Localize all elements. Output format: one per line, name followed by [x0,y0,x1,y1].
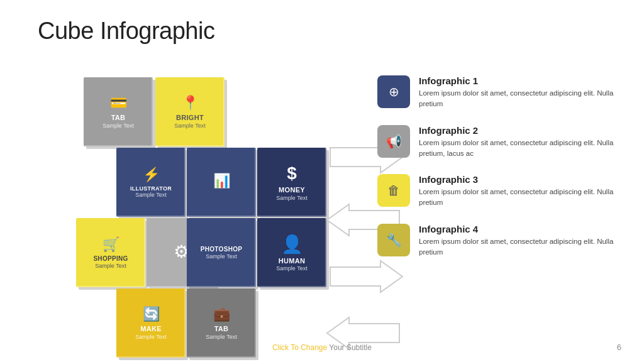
cube-shopping-label: SHOPPING [93,255,128,263]
cube-human[interactable]: 👤 HUMAN Sample Text [257,218,326,287]
cube-illustrator-sub: Sample Text [135,192,166,198]
footer-click-text[interactable]: Click To Change [272,343,327,352]
cube-shopping-sub: Sample Text [95,263,126,269]
cube-make-icon: 🔄 [143,306,160,322]
infographic-2-desc: Lorem ipsum dolor sit amet, consectetur … [419,138,626,160]
infographic-3-title: Infographic 3 [419,174,626,185]
cube-chart-icon: 📊 [213,173,230,189]
right-panel: ⊕ Infographic 1 Lorem ipsum dolor sit am… [377,75,626,273]
page-title: Cube Infographic [38,18,214,45]
infographic-3-icon-box: 🗑 [377,174,410,207]
infographic-2-text: Infographic 2 Lorem ipsum dolor sit amet… [419,125,626,160]
cube-photoshop[interactable]: PHOTOSHOP Sample Text [187,218,256,287]
infographic-4-icon: 🔧 [386,233,402,248]
cube-shopping-icon: 🛒 [103,236,119,253]
infographic-4-desc: Lorem ipsum dolor sit amet, consectetur … [419,236,626,258]
cube-tab-bot-label: TAB [214,325,229,333]
cube-money-icon: $ [287,163,297,184]
infographic-3-desc: Lorem ipsum dolor sit amet, consectetur … [419,187,626,209]
infographic-2-icon-box: 📢 [377,125,410,158]
infographic-3-icon: 🗑 [387,184,400,198]
cube-make-sub: Sample Text [135,334,166,340]
cube-bright-label: BRIGHT [176,114,204,122]
cube-shopping[interactable]: 🛒 SHOPPING Sample Text [76,218,145,287]
cube-money[interactable]: $ MONEY Sample Text [257,148,326,217]
infographic-4-title: Infographic 4 [419,224,626,234]
cube-infographic-area: 💳 TAB Sample Text 📍 BRIGHT Sample Text ⚡… [35,66,349,349]
infographic-1-icon-box: ⊕ [377,75,410,108]
cube-tab-top-icon: 💳 [110,95,127,111]
cube-human-icon: 👤 [281,234,303,255]
infographic-1-item: ⊕ Infographic 1 Lorem ipsum dolor sit am… [377,75,626,110]
infographic-4-text: Infographic 4 Lorem ipsum dolor sit amet… [419,224,626,258]
infographic-1-title: Infographic 1 [419,75,626,86]
infographic-1-desc: Lorem ipsum dolor sit amet, consectetur … [419,88,626,110]
cube-tab-top[interactable]: 💳 TAB Sample Text [84,77,153,146]
cube-bright-sub: Sample Text [174,123,205,129]
footer: Click To Change Your Subtitle [0,343,644,352]
cube-human-sub: Sample Text [276,265,307,272]
cube-tab-bot-sub: Sample Text [206,334,236,340]
infographic-2-item: 📢 Infographic 2 Lorem ipsum dolor sit am… [377,125,626,160]
infographic-1-text: Infographic 1 Lorem ipsum dolor sit amet… [419,75,626,110]
cube-tab-bot-icon: 💼 [213,306,230,322]
cube-illustrator-label: ILLUSTRATOR [130,185,172,192]
cube-money-sub: Sample Text [276,195,307,201]
infographic-3-text: Infographic 3 Lorem ipsum dolor sit amet… [419,174,626,209]
cube-bright-icon: 📍 [182,95,199,111]
cube-photoshop-label: PHOTOSHOP [201,246,242,253]
cube-tab-top-sub: Sample Text [103,123,133,129]
infographic-2-title: Infographic 2 [419,125,626,136]
cube-illustrator-icon: ⚡ [143,167,160,183]
cube-make-label: MAKE [140,325,162,333]
cube-tab-top-label: TAB [111,114,126,122]
cube-human-label: HUMAN [279,257,305,265]
infographic-4-icon-box: 🔧 [377,224,410,256]
cube-illustrator[interactable]: ⚡ ILLUSTRATOR Sample Text [116,148,186,217]
infographic-3-item: 🗑 Infographic 3 Lorem ipsum dolor sit am… [377,174,626,209]
cube-chart[interactable]: 📊 [187,148,256,217]
cube-bright[interactable]: 📍 BRIGHT Sample Text [155,77,225,146]
cube-money-label: MONEY [279,186,305,194]
infographic-1-icon: ⊕ [389,84,399,99]
infographic-4-item: 🔧 Infographic 4 Lorem ipsum dolor sit am… [377,224,626,258]
page-number: 6 [617,343,621,352]
cube-photoshop-sub: Sample Text [206,253,236,260]
footer-subtitle-text: Your Subtitle [327,343,372,352]
infographic-2-icon: 📢 [386,134,402,149]
